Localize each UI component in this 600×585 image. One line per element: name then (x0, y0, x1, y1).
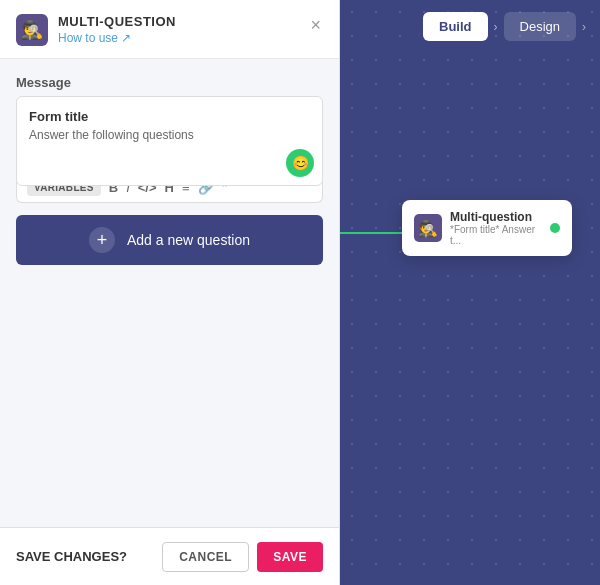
save-button[interactable]: SAVE (257, 542, 323, 572)
card-status-dot (550, 223, 560, 233)
chevron-icon-2: › (582, 20, 586, 34)
canvas-nav: Build › Design › (423, 12, 588, 41)
chevron-icon: › (494, 20, 498, 34)
how-to-use-link[interactable]: How to use ↗ (58, 31, 176, 45)
message-box[interactable]: Form title Answer the following question… (16, 96, 323, 186)
header-left: 🕵️ MULTI-QUESTION How to use ↗ (16, 14, 176, 46)
message-section: Message Form title Answer the following … (16, 75, 323, 203)
card-avatar-emoji: 🕵️ (418, 219, 438, 238)
panel-header: 🕵️ MULTI-QUESTION How to use ↗ × (0, 0, 339, 59)
emoji-button[interactable]: 😊 (286, 149, 314, 177)
header-text: MULTI-QUESTION How to use ↗ (58, 14, 176, 45)
close-button[interactable]: × (308, 14, 323, 36)
add-question-label: Add a new question (127, 232, 250, 248)
multi-question-card[interactable]: 🕵️ Multi-question *Form title* Answer t.… (402, 200, 572, 256)
design-nav-button[interactable]: Design (504, 12, 576, 41)
card-subtitle: *Form title* Answer t... (450, 224, 542, 246)
panel-body: Message Form title Answer the following … (0, 59, 339, 585)
avatar-emoji: 🕵️ (21, 19, 43, 41)
canvas-panel: Build › Design › 🕵️ Multi-question *Form… (340, 0, 600, 585)
message-section-label: Message (16, 75, 323, 90)
card-content: Multi-question *Form title* Answer t... (450, 210, 542, 246)
message-title: Form title (29, 109, 310, 124)
save-changes-prompt: SAVE CHANGES? (16, 549, 127, 564)
bottom-bar: SAVE CHANGES? CANCEL SAVE (0, 527, 339, 585)
card-avatar: 🕵️ (414, 214, 442, 242)
add-question-button[interactable]: + Add a new question (16, 215, 323, 265)
bottom-actions: CANCEL SAVE (162, 542, 323, 572)
panel-title: MULTI-QUESTION (58, 14, 176, 29)
add-icon: + (89, 227, 115, 253)
cancel-button[interactable]: CANCEL (162, 542, 249, 572)
card-title: Multi-question (450, 210, 542, 224)
build-nav-button[interactable]: Build (423, 12, 488, 41)
bot-avatar: 🕵️ (16, 14, 48, 46)
left-panel: 🕵️ MULTI-QUESTION How to use ↗ × Message… (0, 0, 340, 585)
message-text: Answer the following questions (29, 128, 310, 142)
